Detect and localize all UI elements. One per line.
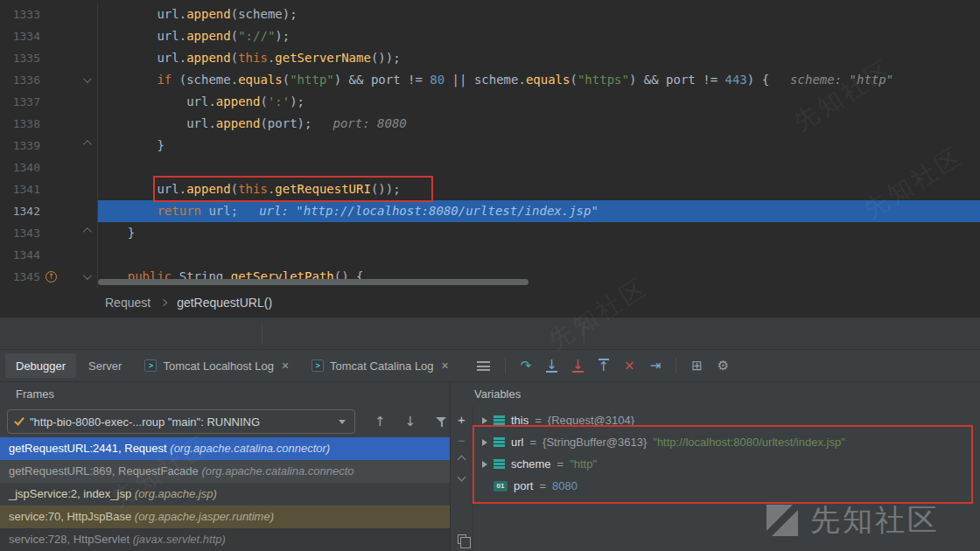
force-step-into-icon[interactable]: ↓	[572, 359, 584, 373]
breadcrumb-item-method[interactable]: getRequestURL()	[177, 296, 272, 310]
expand-triangle-icon[interactable]	[482, 461, 487, 468]
layout-settings-icon[interactable]: ⚙	[718, 359, 729, 373]
restore-layout-icon[interactable]	[477, 361, 490, 371]
variable-row[interactable]: scheme = "http"	[473, 453, 980, 475]
editor-gutter[interactable]: 1337	[0, 91, 98, 113]
line-number[interactable]: 1345	[0, 266, 40, 288]
variable-row[interactable]: this = {Request@3104}	[473, 409, 980, 431]
code-text[interactable]	[98, 157, 980, 178]
tab-server[interactable]: Server	[78, 353, 132, 378]
variable-row[interactable]: url = {StringBuffer@3613} "http://localh…	[473, 431, 980, 453]
code-text[interactable]: url.append(port);port: 8080	[98, 113, 980, 135]
move-down-button[interactable]	[458, 473, 466, 482]
fold-up-icon[interactable]	[82, 140, 91, 149]
editor-gutter[interactable]: 1341	[0, 178, 98, 200]
close-icon[interactable]: ×	[282, 359, 289, 373]
thread-status-icon	[14, 415, 24, 425]
drop-frame-icon[interactable]: ×	[624, 359, 635, 373]
code-text[interactable]: url.append("://");	[98, 25, 980, 47]
thread-selector-dropdown[interactable]: "http-bio-8080-exec-...roup "main": RUNN…	[7, 409, 355, 434]
tab-debugger[interactable]: Debugger	[5, 353, 76, 378]
hide-library-frames-filter-icon[interactable]	[435, 416, 443, 428]
editor-gutter[interactable]: 1335	[0, 47, 98, 69]
divider-line	[262, 322, 262, 345]
frame-row[interactable]: service:728, HttpServlet (javax.servlet.…	[0, 528, 450, 551]
line-number[interactable]: 1343	[0, 222, 40, 244]
variable-value: "http"	[570, 457, 597, 471]
code-editor[interactable]: 1333 url.append(scheme);1334 url.append(…	[0, 0, 980, 289]
remove-watch-button[interactable]: −	[458, 436, 466, 445]
variable-name: scheme	[511, 457, 551, 471]
expand-triangle-icon[interactable]	[482, 417, 487, 424]
horizontal-scrollbar[interactable]	[98, 279, 528, 285]
fold-down-icon[interactable]	[82, 74, 91, 83]
frame-row[interactable]: _jspService:2, index_jsp (org.apache.jsp…	[0, 483, 450, 506]
previous-frame-button[interactable]: ↑	[374, 414, 386, 429]
code-text[interactable]: url.append(this.getServerName());	[98, 47, 980, 69]
next-frame-button[interactable]: ↓	[405, 414, 416, 429]
move-up-button[interactable]	[458, 456, 466, 464]
override-method-icon[interactable]: ↑	[46, 271, 57, 282]
variables-side-toolbar: + −	[451, 406, 473, 551]
line-number[interactable]: 1344	[0, 244, 40, 266]
frame-row[interactable]: service:70, HttpJspBase (org.apache.jasp…	[0, 506, 450, 528]
close-icon[interactable]: ×	[442, 359, 449, 373]
code-text[interactable]: }	[98, 222, 980, 244]
step-into-icon[interactable]: ↓	[546, 359, 557, 373]
code-text[interactable]: url.append(this.getRequestURI());	[98, 178, 980, 200]
line-number[interactable]: 1335	[0, 47, 40, 69]
step-out-icon[interactable]: ↑	[598, 359, 610, 373]
add-watch-button[interactable]: +	[458, 415, 466, 425]
code-line[interactable]: 1337 url.append(':');	[0, 91, 980, 113]
line-number[interactable]: 1342	[0, 200, 40, 222]
tab-tomcat-localhost-log[interactable]: >Tomcat Localhost Log×	[134, 353, 299, 378]
editor-gutter[interactable]: 1334	[0, 25, 98, 47]
line-number[interactable]: 1337	[0, 91, 40, 113]
line-number[interactable]: 1336	[0, 69, 40, 91]
editor-gutter[interactable]: 1338	[0, 113, 98, 135]
code-text[interactable]: return url;url: "http://localhost:8080/u…	[98, 200, 980, 222]
code-text[interactable]: url.append(':');	[98, 91, 980, 113]
line-number[interactable]: 1338	[0, 113, 40, 135]
code-text[interactable]: }	[98, 135, 980, 157]
code-line[interactable]: 1339 }	[0, 135, 980, 157]
editor-gutter[interactable]: 1340	[0, 157, 98, 178]
code-text[interactable]: if (scheme.equals("http") && port != 80 …	[98, 69, 980, 91]
line-number[interactable]: 1334	[0, 25, 40, 47]
editor-gutter[interactable]: 1343	[0, 222, 98, 244]
show-execution-point-icon[interactable]: ↷	[521, 359, 532, 373]
code-line[interactable]: 1334 url.append("://");	[0, 25, 980, 47]
run-to-cursor-icon[interactable]: ⇥	[650, 359, 662, 373]
line-number[interactable]: 1340	[0, 157, 40, 178]
line-number[interactable]: 1341	[0, 178, 40, 200]
frame-row[interactable]: getRequestURL:2441, Request (org.apache.…	[0, 437, 450, 460]
editor-gutter[interactable]: 1336	[0, 69, 98, 91]
frame-row[interactable]: getRequestURL:869, RequestFacade (org.ap…	[0, 460, 450, 483]
variable-row[interactable]: 01port = 8080	[473, 475, 980, 497]
editor-gutter[interactable]: 1342	[0, 200, 98, 222]
editor-gutter[interactable]: 1333	[0, 3, 98, 25]
code-line[interactable]: 1338 url.append(port);port: 8080	[0, 113, 980, 135]
tab-tomcat-catalina-log[interactable]: >Tomcat Catalina Log×	[301, 353, 459, 378]
code-line[interactable]: 1341 url.append(this.getRequestURI());	[0, 178, 980, 200]
expand-triangle-icon[interactable]	[482, 439, 487, 446]
code-text[interactable]	[98, 244, 980, 266]
code-line[interactable]: 1342 return url;url: "http://localhost:8…	[0, 200, 980, 222]
view-breakpoints-icon[interactable]: ⊞	[691, 359, 703, 373]
code-line[interactable]: 1336 if (scheme.equals("http") && port !…	[0, 69, 980, 91]
editor-gutter[interactable]: 1344	[0, 244, 98, 266]
fold-down-icon[interactable]	[82, 271, 91, 280]
editor-gutter[interactable]: 1345↑	[0, 266, 98, 288]
duplicate-watch-button[interactable]	[458, 534, 466, 544]
line-number[interactable]: 1339	[0, 135, 40, 157]
editor-gutter[interactable]: 1339	[0, 135, 98, 157]
fold-up-icon[interactable]	[82, 227, 91, 236]
code-line[interactable]: 1333 url.append(scheme);	[0, 3, 980, 25]
code-line[interactable]: 1340	[0, 157, 980, 178]
code-line[interactable]: 1343 }	[0, 222, 980, 244]
breadcrumb-item-class[interactable]: Request	[105, 296, 150, 310]
code-line[interactable]: 1344	[0, 244, 980, 266]
code-text[interactable]: url.append(scheme);	[98, 3, 980, 25]
line-number[interactable]: 1333	[0, 3, 40, 25]
code-line[interactable]: 1335 url.append(this.getServerName());	[0, 47, 980, 69]
